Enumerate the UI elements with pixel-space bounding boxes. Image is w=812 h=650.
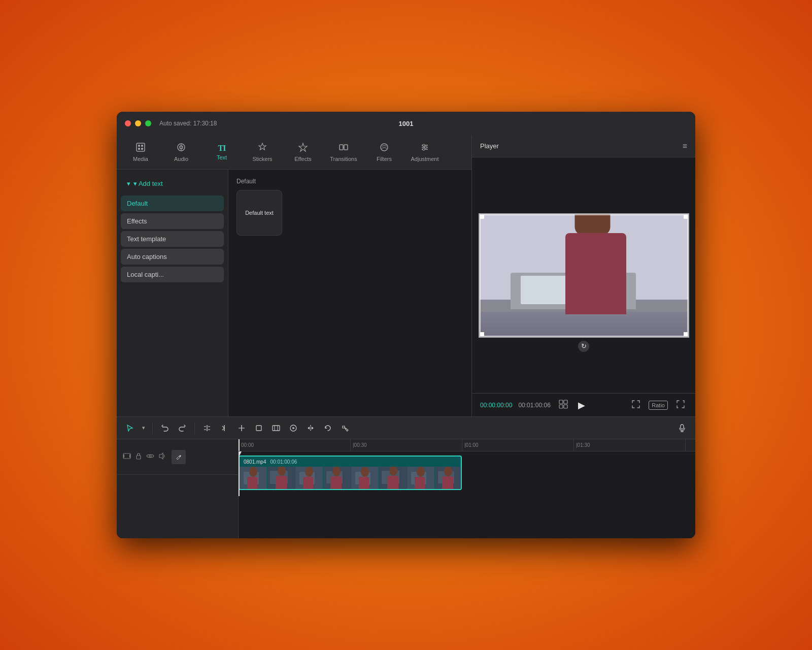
tab-text-label: Text [217,154,227,160]
close-button[interactable] [125,120,131,126]
tab-transitions[interactable]: Transitions [324,138,363,167]
window-title: 1001 [399,120,414,127]
fit-screen-button[interactable] [629,398,642,412]
media-icon [136,142,146,154]
play-button[interactable]: ▶ [576,398,587,413]
trim-tool[interactable] [217,421,231,435]
svg-marker-48 [159,453,163,459]
add-text-arrow: ▾ [127,180,130,187]
add-text-label: ▾ Add text [133,180,163,187]
fullscreen-button[interactable] [674,398,687,412]
tab-effects[interactable]: Effects [283,138,323,167]
ruler-mark-0: 00:00 [239,439,254,451]
player-viewport: ↻ [472,157,695,393]
svg-marker-38 [312,427,314,430]
title-bar: Auto saved: 17:30:18 1001 [117,112,695,135]
track-visibility-icon[interactable] [146,453,154,461]
traffic-lights [125,120,151,126]
ruler-mark-130: |01:30 [573,439,590,451]
ruler-mark-100: |01:00 [462,439,479,451]
tab-bar: Media Audio TI [117,135,471,170]
crop-tool[interactable] [252,421,266,435]
fit-clip-tool[interactable] [269,421,283,435]
app-window: Auto saved: 17:30:18 1001 [117,112,695,538]
clip-name: 0801.mp4 [244,459,266,465]
transform-tool[interactable] [338,421,352,435]
svg-rect-43 [123,453,130,459]
audio-icon [176,142,186,154]
tab-text[interactable]: TI Text [202,138,242,167]
timeline-ruler: 00:00 |00:30 |01:00 |01:30 [239,439,695,451]
sidebar-item-text-template[interactable]: Text template [121,231,224,247]
grid-view-button[interactable] [557,398,570,412]
clip-duration: 00:01:00:06 [270,459,297,465]
minimize-button[interactable] [135,120,141,126]
clip-speed-tool[interactable] [234,421,249,435]
tab-adjustment[interactable]: Adjustment [405,138,445,167]
tab-effects-label: Effects [294,156,311,162]
ruler-mark-30: |00:30 [350,439,367,451]
sidebar-item-auto-captions[interactable]: Auto captions [121,249,224,265]
tab-transitions-label: Transitions [330,156,357,162]
tab-media[interactable]: Media [121,138,160,167]
tab-filters[interactable]: Filters [364,138,404,167]
sidebar-auto-captions-label: Auto captions [127,253,167,261]
clip-thumb-5 [351,467,379,490]
svg-rect-0 [137,143,145,151]
svg-point-67 [361,467,369,477]
track-labels [117,439,239,538]
rotate-tool[interactable] [321,421,335,435]
sidebar-item-local-captions[interactable]: Local capti... [121,267,224,282]
player-panel: Player ≡ [472,135,695,416]
edit-track-button[interactable] [172,450,186,464]
clip-thumbnails [240,467,461,490]
svg-rect-46 [137,456,141,459]
player-controls: 00:00:00:00 00:01:00:06 ▶ [472,393,695,416]
timeline-tracks: 00:00 |00:30 |01:00 |01:30 [239,439,695,538]
track-type-icon [123,452,131,462]
svg-rect-56 [276,476,287,490]
select-dropdown[interactable]: ▾ [140,424,147,432]
redo-button[interactable] [175,421,189,435]
clip-thumb-3 [295,467,323,490]
split-tool[interactable] [200,421,214,435]
svg-rect-44 [123,454,124,458]
clip-thumb-7 [407,467,435,490]
svg-point-17 [423,148,425,150]
video-clip[interactable]: 0801.mp4 00:01:00:06 [239,456,462,490]
sidebar-item-default[interactable]: Default [121,196,224,211]
tab-media-label: Media [133,156,148,162]
sidebar-item-effects[interactable]: Effects [121,213,224,229]
effects-icon [298,142,308,154]
sidebar-default-label: Default [127,200,148,207]
sidebar-text-template-label: Text template [127,235,166,243]
sidebar-local-captions-label: Local capti... [127,271,164,278]
player-menu-icon[interactable]: ≡ [683,142,687,151]
transitions-icon [339,142,349,154]
track-lock-icon[interactable] [135,452,142,461]
tab-filters-label: Filters [377,156,392,162]
maximize-button[interactable] [145,120,151,126]
svg-rect-8 [340,145,343,150]
microphone-button[interactable] [675,421,689,435]
tab-audio[interactable]: Audio [161,138,201,167]
undo-button[interactable] [158,421,172,435]
clip-thumb-2 [267,467,295,490]
select-tool[interactable] [123,421,137,435]
svg-rect-2 [141,145,143,147]
tab-stickers[interactable]: Stickers [243,138,282,167]
svg-point-15 [423,144,425,146]
svg-point-47 [149,455,151,457]
play-tool[interactable] [286,421,300,435]
svg-rect-60 [303,477,313,490]
ratio-button[interactable]: Ratio [649,401,668,410]
add-text-button[interactable]: ▾ ▾ Add text [121,176,224,191]
mirror-tool[interactable] [303,421,318,435]
tab-audio-label: Audio [174,156,188,162]
main-content: Media Audio TI [117,135,695,538]
rotate-button[interactable]: ↻ [578,341,589,352]
top-panel: Media Audio TI [117,135,695,416]
default-text-card[interactable]: Default text [236,190,282,236]
track-audio-icon[interactable] [158,452,165,461]
tab-stickers-label: Stickers [252,156,272,162]
